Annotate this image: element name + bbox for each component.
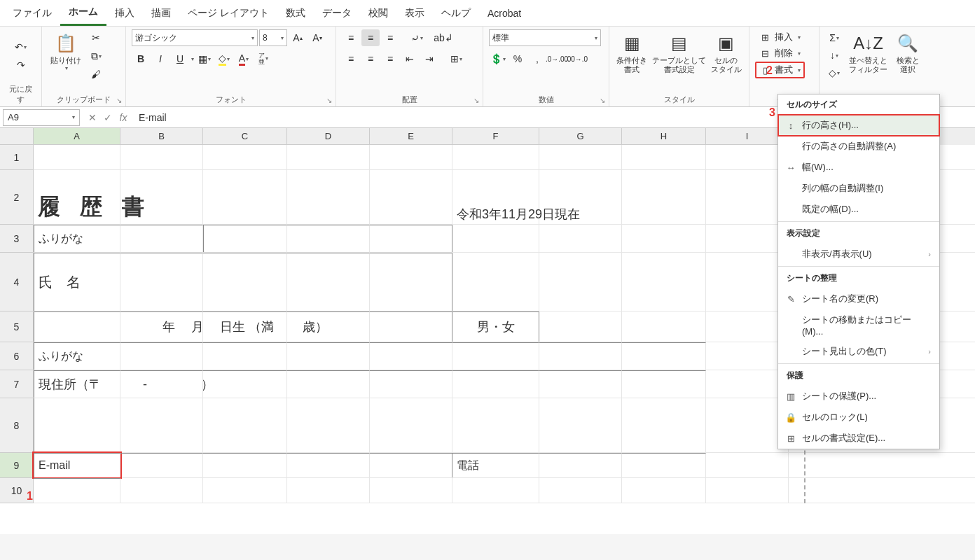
row-header-4[interactable]: 4 [0, 253, 34, 312]
col-header-g[interactable]: G [539, 128, 622, 145]
format-cells-button[interactable]: ▯書式▾ [755, 62, 805, 78]
align-middle-button[interactable]: ≡ [361, 29, 380, 46]
col-header-f[interactable]: F [452, 128, 539, 145]
find-select-button[interactable]: 🔍検索と 選択 [893, 29, 922, 76]
menu-view[interactable]: 表示 [396, 1, 433, 25]
col-header-h[interactable]: H [622, 128, 706, 145]
font-size-combo[interactable]: 8▾ [259, 29, 287, 46]
menu-autofit-row[interactable]: 行の高さの自動調整(A) [778, 136, 939, 157]
sort-filter-button[interactable]: A↓Z並べ替えと フィルター [846, 29, 890, 76]
clear-button[interactable]: ◇▾ [825, 64, 843, 81]
menu-default-width[interactable]: 既定の幅(D)... [778, 199, 939, 220]
copy-button[interactable]: ⧉▾ [87, 48, 105, 64]
row-header-8[interactable]: 8 [0, 398, 34, 453]
align-right-button[interactable]: ≡ [381, 50, 399, 67]
wrap-text-button[interactable]: ab↲ [434, 29, 452, 46]
row-header-5[interactable]: 5 [0, 312, 34, 342]
cell-birth[interactable]: 年 月 日生 （満 歳） [203, 312, 287, 342]
menu-hide-unhide[interactable]: 非表示/再表示(U)› [778, 244, 939, 265]
col-header-i[interactable]: I [706, 128, 789, 145]
italic-button[interactable]: I [151, 50, 170, 67]
font-color-button[interactable]: A▾ [235, 50, 253, 67]
number-launcher-icon[interactable]: ↘ [597, 95, 607, 105]
menu-tab-color[interactable]: シート見出しの色(T)› [778, 341, 939, 362]
col-header-e[interactable]: E [370, 128, 452, 145]
conditional-format-button[interactable]: ▦条件付き 書式 [615, 29, 649, 76]
cell-furigana1[interactable]: ふりがな [34, 225, 120, 252]
autosum-button[interactable]: Σ▾ [825, 29, 843, 46]
accounting-button[interactable]: 💲▾ [489, 50, 507, 67]
cell-address[interactable]: 現住所（〒 - ） [34, 370, 120, 398]
align-center-button[interactable]: ≡ [361, 50, 380, 67]
insert-cells-button[interactable]: ⊞挿入▾ [755, 29, 805, 45]
table-format-button[interactable]: ▤テーブルとして 書式設定 [651, 29, 706, 76]
menu-formulas[interactable]: 数式 [277, 1, 314, 25]
increase-decimal-button[interactable]: .0→.00 [548, 50, 566, 67]
menu-protect-sheet[interactable]: ▥シートの保護(P)... [778, 386, 939, 407]
row-header-1[interactable]: 1 [0, 145, 34, 170]
menu-acrobat[interactable]: Acrobat [479, 2, 530, 24]
menu-draw[interactable]: 描画 [143, 1, 179, 25]
align-launcher-icon[interactable]: ↘ [471, 95, 481, 105]
fx-icon[interactable]: fx [116, 112, 130, 123]
row-header-7[interactable]: 7 [0, 370, 34, 398]
delete-cells-button[interactable]: ⊟削除▾ [755, 46, 805, 61]
menu-move-copy[interactable]: シートの移動またはコピー(M)... [778, 309, 939, 341]
menu-rename-sheet[interactable]: ✎シート名の変更(R) [778, 288, 939, 309]
col-header-a[interactable]: A [34, 128, 120, 145]
col-header-c[interactable]: C [203, 128, 287, 145]
align-left-button[interactable]: ≡ [342, 50, 360, 67]
paste-button[interactable]: 📋 貼り付け ▾ [48, 29, 84, 73]
orientation-button[interactable]: ⤾▾ [408, 29, 426, 46]
menu-format-cells-dlg[interactable]: ⊞セルの書式設定(E)... [778, 428, 939, 449]
cut-button[interactable]: ✂ [87, 29, 105, 46]
undo-button[interactable]: ↶▾ [12, 38, 30, 55]
menu-data[interactable]: データ [314, 1, 360, 25]
menu-help[interactable]: ヘルプ [433, 1, 479, 25]
menu-file[interactable]: ファイル [4, 1, 60, 25]
row-header-9[interactable]: 9 [0, 453, 34, 478]
menu-lock-cell[interactable]: 🔒セルのロック(L) [778, 407, 939, 428]
decrease-indent-button[interactable]: ⇤ [401, 50, 419, 67]
menu-row-height[interactable]: ↕行の高さ(H)... [778, 115, 939, 136]
percent-button[interactable]: % [509, 50, 527, 67]
enter-formula-icon[interactable]: ✓ [101, 112, 115, 123]
menu-col-width[interactable]: ↔幅(W)... [778, 157, 939, 178]
decrease-decimal-button[interactable]: .00→.0 [567, 50, 586, 67]
row-header-6[interactable]: 6 [0, 342, 34, 370]
row-header-2[interactable]: 2 [0, 170, 34, 225]
cell-gender[interactable]: 男・女 [452, 312, 539, 342]
align-bottom-button[interactable]: ≡ [381, 29, 399, 46]
cell-styles-button[interactable]: ▣セルの スタイル [710, 29, 743, 76]
clipboard-launcher-icon[interactable]: ↘ [114, 95, 124, 105]
phonetic-button[interactable]: ア亜▾ [254, 50, 272, 67]
underline-button[interactable]: U [171, 50, 189, 67]
cell-email[interactable]: E-mail [34, 453, 120, 477]
name-box[interactable]: A9▾ [3, 109, 80, 126]
font-launcher-icon[interactable]: ↘ [324, 95, 334, 105]
cancel-formula-icon[interactable]: ✕ [85, 112, 99, 123]
decrease-font-button[interactable]: A▾ [308, 29, 326, 46]
bold-button[interactable]: B [132, 50, 150, 67]
cell-furigana2[interactable]: ふりがな [34, 342, 120, 370]
fill-color-button[interactable]: ◇▾ [215, 50, 233, 67]
increase-indent-button[interactable]: ⇥ [420, 50, 438, 67]
redo-button[interactable]: ↷ [12, 57, 30, 74]
increase-font-button[interactable]: A▴ [289, 29, 307, 46]
row-header-3[interactable]: 3 [0, 225, 34, 253]
align-top-button[interactable]: ≡ [342, 29, 360, 46]
col-header-d[interactable]: D [287, 128, 370, 145]
font-name-combo[interactable]: 游ゴシック▾ [132, 29, 258, 46]
menu-page-layout[interactable]: ページ レイアウト [179, 1, 277, 25]
number-format-combo[interactable]: 標準▾ [489, 29, 601, 46]
cell-name[interactable]: 氏 名 [34, 253, 120, 311]
fill-button[interactable]: ↓▾ [825, 47, 843, 64]
menu-autofit-col[interactable]: 列の幅の自動調整(I) [778, 178, 939, 199]
cell-phone[interactable]: 電話 [452, 453, 539, 477]
merge-button[interactable]: ⊞▾ [447, 50, 465, 67]
menu-review[interactable]: 校閲 [360, 1, 396, 25]
col-header-b[interactable]: B [120, 128, 203, 145]
format-painter-button[interactable]: 🖌 [87, 66, 105, 83]
borders-button[interactable]: ▦▾ [195, 50, 214, 67]
menu-home[interactable]: ホーム [60, 0, 106, 26]
